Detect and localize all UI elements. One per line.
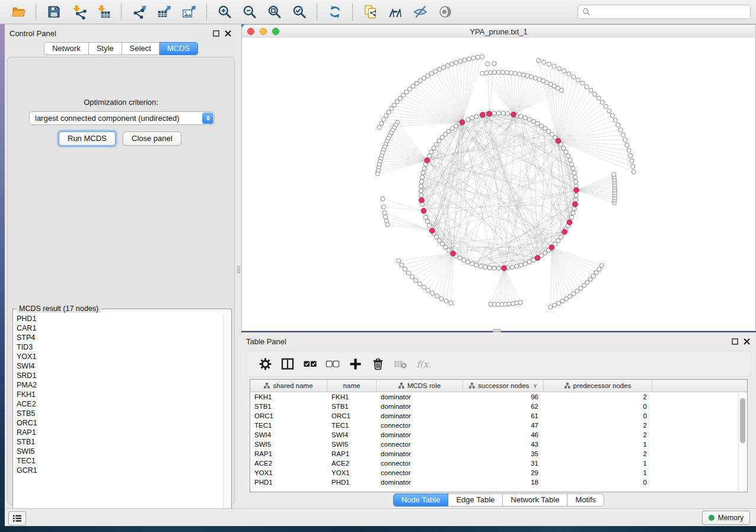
mcds-result-item[interactable]: ACE2 [14,399,224,409]
mcds-result-item[interactable]: STB5 [14,409,224,418]
tab-network-table[interactable]: Network Table [503,493,567,507]
table-scrollbar-thumb[interactable] [740,398,745,443]
mcds-list-scrollbar[interactable] [223,314,231,531]
import-network-icon[interactable] [70,3,88,21]
zoom-out-icon[interactable] [241,3,259,21]
memory-button[interactable]: Memory [702,511,750,525]
network-canvas[interactable] [242,38,755,331]
table-row[interactable]: STB1STB1dominator620 [250,402,747,411]
deselect-all-checkboxes-icon[interactable] [323,355,343,373]
run-mcds-button[interactable]: Run MCDS [59,132,116,146]
table-cell: 0 [544,477,652,487]
save-session-icon[interactable] [45,3,63,21]
formula-builder-icon[interactable]: f(x) [413,355,433,373]
column-header-predecessor-nodes[interactable]: predecessor nodes [544,380,652,392]
show-graphics-details-icon[interactable] [436,3,454,21]
mcds-result-item[interactable]: TEC1 [14,456,224,466]
table-cell: 31 [463,459,544,468]
column-header-filler [652,380,747,392]
mcds-result-item[interactable]: YOX1 [14,352,224,361]
criterion-select[interactable]: largest connected component (undirected) [29,111,215,125]
task-history-button[interactable] [8,511,26,525]
select-all-checkboxes-icon[interactable] [300,355,320,373]
table-row[interactable]: TEC1TEC1connector472 [250,421,747,430]
frame-focus-indicator [241,24,245,28]
table-scrollbar[interactable] [738,393,747,491]
table-cell: 61 [463,411,544,421]
table-row[interactable]: ACE2ACE2connector311 [250,459,747,468]
column-header-label: successor nodes [478,382,529,389]
tab-select[interactable]: Select [122,42,160,55]
column-header-MCDS-role[interactable]: MCDS role [377,380,463,392]
float-table-panel-icon[interactable] [732,338,738,345]
float-panel-icon[interactable] [213,30,219,37]
table-cell: connector [377,468,463,477]
node-table[interactable]: shared namenameMCDS rolesuccessor nodes∨… [250,379,748,492]
export-table-icon[interactable] [155,3,173,21]
mcds-result-item[interactable]: SRD1 [14,371,224,380]
table-cell: ORC1 [250,411,327,421]
close-panel-icon[interactable] [225,30,231,37]
mcds-result-item[interactable]: CAR1 [14,323,224,333]
mcds-result-item[interactable]: GCR1 [14,466,224,475]
export-image-icon[interactable] [180,3,198,21]
mcds-result-item[interactable]: SWI5 [14,447,224,456]
node-table-header: shared namenameMCDS rolesuccessor nodes∨… [250,380,747,392]
search-input[interactable] [594,6,750,18]
mcds-result-item[interactable]: SWI4 [14,361,224,371]
table-row[interactable]: YOX1YOX1connector291 [250,468,747,477]
tab-mcds[interactable]: MCDS [160,42,198,55]
table-row[interactable]: ORC1ORC1dominator610 [250,411,747,421]
network-view-titlebar[interactable]: YPA_prune.txt_1 [242,25,755,39]
apply-layout-icon[interactable] [326,3,344,21]
column-header-shared-name[interactable]: shared name [250,380,327,392]
table-row[interactable]: PHD1PHD1dominator180 [250,477,747,487]
table-cell: PHD1 [250,477,327,487]
table-row[interactable]: SWI4SWI4dominator462 [250,430,747,440]
mcds-result-item[interactable]: ORC1 [14,418,224,428]
network-graph[interactable] [242,38,755,331]
column-namespace-icon [264,383,270,389]
mcds-result-item[interactable]: FKH1 [14,390,224,399]
status-bar: Memory [5,508,756,526]
tab-edge-table[interactable]: Edge Table [448,493,503,507]
mcds-result-list[interactable]: PHD1CAR1STP4TID3YOX1SWI4SRD1PMA2FKH1ACE2… [14,314,224,531]
close-panel-button[interactable]: Close panel [123,132,181,146]
vertical-split-handle[interactable] [237,266,240,273]
tab-network[interactable]: Network [44,42,89,55]
mcds-result-item[interactable]: RAP1 [14,428,224,437]
open-session-icon[interactable] [9,3,27,21]
zoom-selected-icon[interactable] [291,3,308,21]
show-columns-icon[interactable] [277,355,298,373]
hide-graphics-details-icon[interactable] [412,3,429,21]
mcds-result-item[interactable]: PMA2 [14,380,224,390]
mcds-result-item[interactable]: TID3 [14,342,224,352]
column-header-successor-nodes[interactable]: successor nodes∨ [463,380,544,392]
table-settings-icon[interactable] [255,355,275,373]
tab-motifs[interactable]: Motifs [567,493,604,507]
search-field[interactable] [578,5,751,19]
binoculars-icon[interactable] [387,3,404,21]
horizontal-split-handle[interactable] [493,329,501,332]
delete-column-icon[interactable] [368,355,388,373]
column-header-name[interactable]: name [327,380,377,392]
zoom-fit-icon[interactable] [266,3,283,21]
tab-node-table[interactable]: Node Table [393,493,449,507]
delete-table-icon[interactable] [390,355,410,373]
export-network-icon[interactable] [130,3,148,21]
table-row[interactable]: FKH1FKH1dominator962 [250,392,747,402]
tab-style[interactable]: Style [89,42,122,55]
add-column-icon[interactable] [345,355,365,373]
toolbar-separator [36,4,37,20]
table-cell: 2 [544,430,652,440]
mcds-result-item[interactable]: STP4 [14,333,224,342]
table-cell: dominator [377,411,463,421]
zoom-in-icon[interactable] [216,3,234,21]
mcds-result-item[interactable]: PHD1 [14,314,224,323]
mcds-result-item[interactable]: STB1 [14,437,224,447]
table-row[interactable]: SWI5SWI5connector431 [250,440,747,449]
import-table-icon[interactable] [95,3,113,21]
clone-network-icon[interactable] [362,3,379,21]
table-row[interactable]: RAP1RAP1dominator352 [250,449,747,459]
close-table-panel-icon[interactable] [744,338,750,345]
